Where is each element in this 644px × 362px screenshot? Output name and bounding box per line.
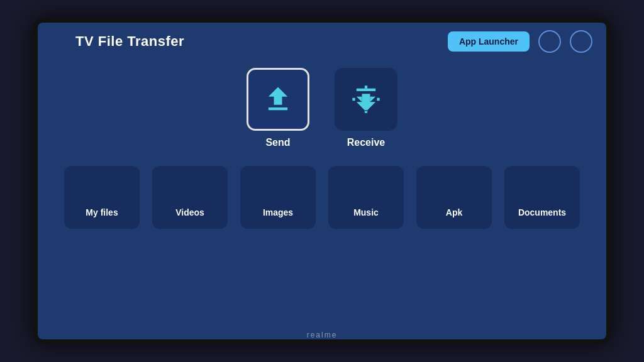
app-launcher-button[interactable]: App Launcher [448, 31, 530, 52]
send-card[interactable] [247, 68, 309, 131]
gear-icon[interactable] [52, 32, 68, 51]
header-right: App Launcher [448, 30, 592, 53]
android-icon [443, 177, 465, 202]
header-left: TV File Transfer [52, 32, 184, 51]
category-music[interactable]: Music [328, 166, 404, 229]
header: TV File Transfer App Launcher [52, 30, 592, 53]
receive-card[interactable] [335, 68, 397, 131]
category-apk[interactable]: Apk [416, 166, 492, 229]
my-files-label: My files [86, 207, 118, 217]
receive-label: Receive [347, 137, 386, 148]
folder-icon [91, 177, 113, 202]
tv-brand: realme [307, 331, 338, 339]
image-icon [267, 177, 289, 202]
send-action[interactable]: Send [247, 68, 309, 148]
category-my-files[interactable]: My files [64, 166, 140, 229]
info-button[interactable] [538, 30, 561, 53]
document-icon [531, 177, 553, 202]
send-label: Send [265, 137, 290, 148]
history-button[interactable] [570, 30, 592, 53]
documents-label: Documents [518, 207, 566, 217]
music-icon [355, 177, 377, 202]
app-title: TV File Transfer [75, 33, 184, 50]
category-videos[interactable]: Videos [152, 166, 228, 229]
category-documents[interactable]: Documents [504, 166, 580, 229]
videos-label: Videos [175, 207, 204, 217]
apk-label: Apk [446, 207, 462, 217]
category-grid: My files Videos Images [52, 166, 592, 229]
category-images[interactable]: Images [240, 166, 316, 229]
tv-screen: TV File Transfer App Launcher [33, 18, 611, 344]
main-actions: Send Receive [52, 68, 592, 148]
images-label: Images [263, 207, 293, 217]
music-label: Music [353, 207, 379, 217]
video-icon [179, 177, 201, 202]
receive-action[interactable]: Receive [335, 68, 397, 148]
